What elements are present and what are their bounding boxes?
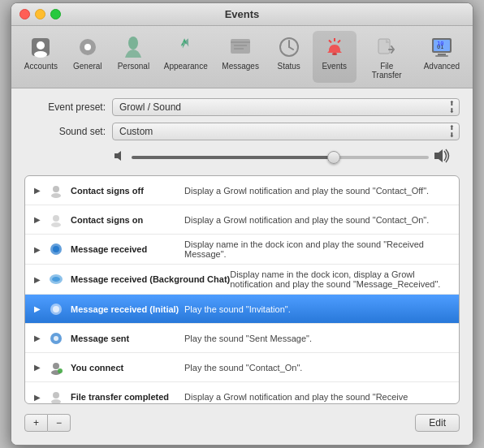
event-name-message-received: Message received: [71, 244, 184, 254]
bottom-bar: + − Edit: [24, 411, 460, 435]
play-btn-you-connect[interactable]: ▶: [32, 362, 43, 373]
sound-set-select[interactable]: Custom: [112, 123, 460, 140]
you-connect-icon: [48, 360, 64, 376]
toolbar-item-general[interactable]: General: [66, 31, 110, 83]
svg-point-28: [53, 246, 59, 252]
edit-button[interactable]: Edit: [415, 414, 460, 432]
file-transfer-completed-icon: [48, 389, 64, 403]
event-row-contact-signs-on[interactable]: ▶ Contact signs on Display a Growl notif…: [25, 205, 459, 235]
event-row-message-sent[interactable]: ▶ Message sent Play the sound "Sent Mess…: [25, 324, 459, 353]
traffic-lights: [19, 9, 61, 19]
svg-point-30: [52, 277, 60, 282]
close-button[interactable]: [19, 9, 30, 19]
main-window: Events Accounts General: [11, 2, 473, 446]
event-name-message-sent: Message sent: [71, 334, 184, 343]
event-row-you-connect[interactable]: ▶ You connect Play the sound "Contact_On…: [25, 353, 459, 382]
svg-rect-14: [378, 39, 390, 54]
toolbar-item-file-transfer[interactable]: File Transfer: [358, 31, 416, 83]
play-btn-message-sent[interactable]: ▶: [32, 333, 43, 344]
svg-rect-18: [435, 55, 448, 57]
volume-slider[interactable]: [132, 156, 429, 159]
accounts-icon: [28, 34, 54, 60]
toolbar-item-advanced[interactable]: 01 10 Advanced: [417, 31, 466, 83]
event-desc-file-transfer-completed: Display a Growl notification and play th…: [184, 392, 452, 402]
svg-text:10: 10: [437, 41, 443, 47]
event-row-message-received[interactable]: ▶ Message received Display name in the d…: [25, 235, 459, 265]
message-received-icon: [48, 241, 64, 257]
toolbar-item-personal[interactable]: Personal: [111, 31, 156, 83]
advanced-label: Advanced: [424, 62, 460, 71]
event-desc-message-received-initial: Play the sound "Invitation".: [184, 304, 452, 314]
svg-point-1: [37, 41, 45, 50]
toolbar: Accounts General Personal: [11, 26, 473, 88]
svg-point-38: [53, 392, 59, 398]
event-name-contact-signs-on: Contact signs on: [71, 215, 184, 225]
toolbar-item-messages[interactable]: Messages: [215, 31, 265, 83]
play-btn-message-received-initial[interactable]: ▶: [32, 304, 43, 315]
add-remove-btn-group: + −: [24, 414, 71, 432]
svg-point-25: [53, 215, 59, 222]
events-list[interactable]: ▶ Contact signs off Display a Growl noti…: [25, 176, 459, 403]
event-desc-message-sent: Play the sound "Sent Message".: [184, 334, 452, 343]
personal-label: Personal: [118, 62, 149, 71]
svg-point-34: [54, 336, 58, 341]
svg-marker-22: [434, 149, 443, 162]
message-received-bg-icon: [48, 271, 64, 287]
event-name-message-received-bg: Message received (Background Chat): [71, 274, 230, 284]
remove-button[interactable]: −: [48, 414, 71, 432]
events-icon: [322, 34, 348, 60]
slider-thumb[interactable]: [327, 151, 340, 164]
event-preset-label: Event preset:: [24, 101, 106, 113]
event-row-message-received-bg[interactable]: ▶ Message received (Background Chat) Dis…: [25, 265, 459, 295]
event-name-contact-signs-off: Contact signs off: [71, 186, 184, 196]
general-label: General: [73, 62, 102, 71]
appearance-icon: [173, 34, 199, 60]
content-area: Event preset: Growl / Sound Sound set: C…: [11, 88, 473, 445]
svg-rect-6: [231, 39, 250, 54]
play-btn-contact-signs-off[interactable]: ▶: [32, 185, 43, 196]
event-desc-message-received: Display name in the dock icon and play t…: [184, 239, 452, 259]
toolbar-item-accounts[interactable]: Accounts: [18, 31, 64, 83]
svg-point-26: [51, 222, 61, 227]
svg-marker-21: [115, 151, 121, 161]
status-label: Status: [278, 62, 300, 71]
event-preset-select[interactable]: Growl / Sound: [112, 98, 460, 116]
toolbar-item-appearance[interactable]: Appearance: [158, 31, 214, 83]
volume-high-icon: [434, 147, 452, 167]
minimize-button[interactable]: [35, 9, 45, 19]
play-btn-contact-signs-on[interactable]: ▶: [32, 214, 43, 226]
titlebar: Events: [11, 3, 473, 26]
event-desc-contact-signs-off: Display a Growl notification and play th…: [184, 186, 452, 196]
svg-point-39: [51, 399, 61, 403]
window-title: Events: [225, 8, 260, 20]
event-row-message-received-initial[interactable]: ▶ Message received (Initial) Play the so…: [25, 295, 459, 324]
svg-point-37: [58, 368, 63, 373]
sound-set-label: Sound set:: [24, 126, 106, 137]
svg-point-23: [53, 186, 59, 192]
svg-point-24: [51, 193, 61, 198]
message-sent-icon: [48, 330, 64, 347]
play-btn-message-received-bg[interactable]: ▶: [32, 274, 43, 285]
contact-signs-off-icon: [48, 183, 64, 199]
maximize-button[interactable]: [50, 9, 61, 19]
event-row-contact-signs-off[interactable]: ▶ Contact signs off Display a Growl noti…: [25, 176, 459, 205]
toolbar-item-status[interactable]: Status: [267, 31, 311, 83]
volume-slider-row: [24, 147, 460, 167]
toolbar-item-events[interactable]: Events: [313, 31, 357, 83]
events-list-container: ▶ Contact signs off Display a Growl noti…: [24, 175, 460, 404]
event-row-file-transfer-completed[interactable]: ▶ File transfer completed Display a Grow…: [25, 382, 459, 403]
status-icon: [276, 34, 302, 60]
event-desc-you-connect: Play the sound "Contact_On".: [184, 363, 452, 373]
event-name-file-transfer-completed: File transfer completed: [71, 392, 184, 402]
accounts-label: Accounts: [24, 62, 58, 71]
play-btn-message-received[interactable]: ▶: [32, 243, 43, 255]
file-transfer-icon: [374, 34, 400, 60]
play-btn-file-transfer-completed[interactable]: ▶: [32, 391, 43, 403]
svg-rect-17: [438, 54, 446, 55]
add-button[interactable]: +: [24, 414, 48, 432]
message-received-initial-icon: [48, 301, 64, 317]
events-label: Events: [322, 62, 347, 71]
svg-point-32: [53, 306, 59, 312]
contact-signs-on-icon: [48, 212, 64, 228]
messages-label: Messages: [222, 62, 259, 71]
